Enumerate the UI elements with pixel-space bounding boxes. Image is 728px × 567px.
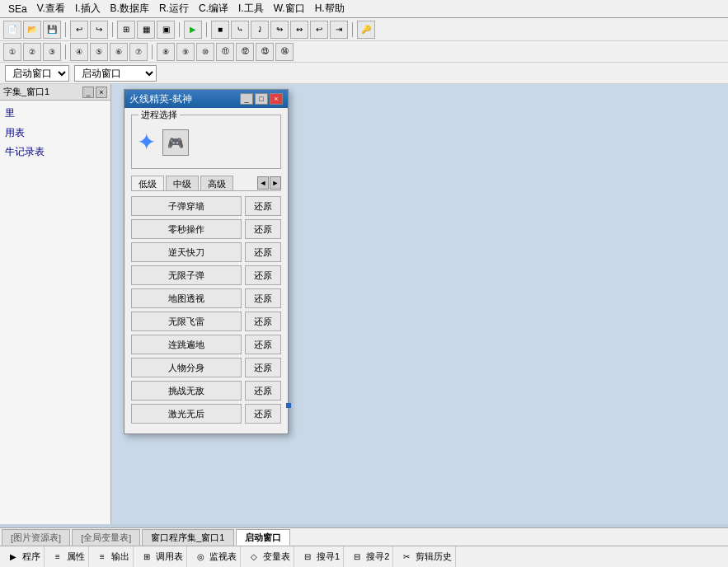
- tab-startup-window[interactable]: 启动窗口: [236, 529, 290, 546]
- cheat-row-7: 人物分身 还原: [131, 358, 281, 377]
- left-item-3[interactable]: 牛记录表: [3, 143, 107, 162]
- tb2-btn4[interactable]: ④: [70, 43, 88, 61]
- cheat-btn-5[interactable]: 无限飞雷: [131, 312, 242, 331]
- cheat-dialog: 火线精英-弑神 _ □ × 进程选择 ✦ 🎮 低级 中级 高级 ◄ ► 子弹: [124, 89, 289, 434]
- tb2-btn12[interactable]: ⑫: [236, 43, 254, 61]
- cheat-btn-6[interactable]: 连跳遍地: [131, 335, 242, 354]
- tb2-btn3[interactable]: ③: [43, 43, 61, 61]
- tb-debug4[interactable]: ↭: [290, 21, 308, 39]
- tb-new[interactable]: 📄: [3, 21, 21, 39]
- tb-debug1[interactable]: ⤷: [231, 21, 249, 39]
- menu-view[interactable]: V.查看: [32, 0, 70, 17]
- menu-compile[interactable]: C.编译: [194, 0, 233, 17]
- tb2-btn11[interactable]: ⑪: [216, 43, 234, 61]
- cheat-btn-0[interactable]: 子弹穿墙: [131, 196, 242, 216]
- menu-help[interactable]: H.帮助: [310, 0, 350, 17]
- menu-db[interactable]: B.数据库: [106, 0, 154, 17]
- tab-global-var[interactable]: [全局变量表]: [72, 529, 140, 546]
- tb2-btn13[interactable]: ⑬: [256, 43, 274, 61]
- status-variable-label: 变量表: [263, 551, 290, 563]
- tb2-btn6[interactable]: ⑥: [110, 43, 128, 61]
- left-panel-min-btn[interactable]: _: [82, 87, 94, 98]
- status-calltable[interactable]: ⊞ 调用表: [137, 546, 187, 567]
- tb-open[interactable]: 📂: [23, 21, 41, 39]
- status-search2-label: 搜寻2: [366, 551, 389, 563]
- tb2-btn2[interactable]: ②: [23, 43, 41, 61]
- left-item-1[interactable]: 里: [3, 104, 107, 124]
- tb-redo[interactable]: ↪: [90, 21, 108, 39]
- restore-btn-2[interactable]: 还原: [245, 242, 281, 262]
- restore-btn-3[interactable]: 还原: [245, 265, 281, 285]
- tab-window-program[interactable]: 窗口程序集_窗口1: [142, 529, 233, 546]
- tb2-btn9[interactable]: ⑨: [176, 43, 195, 61]
- level-tab-mid[interactable]: 中级: [166, 176, 199, 190]
- tb-debug5[interactable]: ↩: [310, 21, 328, 39]
- status-monitor[interactable]: ◎ 监视表: [190, 546, 241, 567]
- left-item-2[interactable]: 用表: [3, 124, 107, 143]
- dialog-restore-btn[interactable]: □: [255, 93, 268, 105]
- cheat-btn-2[interactable]: 逆天快刀: [131, 242, 242, 262]
- restore-btn-6[interactable]: 还原: [245, 335, 281, 354]
- cheat-btn-9[interactable]: 激光无后: [131, 404, 242, 424]
- menu-tools[interactable]: I.工具: [233, 0, 269, 17]
- cheat-btn-8[interactable]: 挑战无敌: [131, 381, 242, 401]
- dialog-minimize-btn[interactable]: _: [240, 93, 253, 105]
- menu-sea[interactable]: SEa: [3, 2, 32, 16]
- menu-insert[interactable]: I.插入: [70, 0, 106, 17]
- cheat-btn-7[interactable]: 人物分身: [131, 358, 242, 377]
- restore-btn-0[interactable]: 还原: [245, 196, 281, 216]
- tb2-btn5[interactable]: ⑤: [90, 43, 108, 61]
- status-variable[interactable]: ◇ 变量表: [244, 546, 294, 567]
- level-prev[interactable]: ◄: [257, 176, 269, 190]
- tb2-btn1[interactable]: ①: [3, 43, 21, 61]
- calltable-icon: ⊞: [140, 551, 153, 564]
- restore-btn-1[interactable]: 还原: [245, 219, 281, 239]
- tb-undo[interactable]: ↩: [70, 21, 88, 39]
- tb-stop[interactable]: ■: [211, 21, 229, 39]
- module-selector[interactable]: 启动窗口: [74, 65, 157, 82]
- restore-btn-4[interactable]: 还原: [245, 288, 281, 308]
- blue-marker: [286, 403, 291, 408]
- status-clip-history[interactable]: ✂ 剪辑历史: [397, 546, 456, 567]
- menu-window[interactable]: W.窗口: [269, 0, 310, 17]
- tb2-btn10[interactable]: ⑩: [196, 43, 214, 61]
- tb-run[interactable]: ▶: [184, 21, 202, 39]
- tb-view3[interactable]: ▣: [157, 21, 175, 39]
- tab-image-resource[interactable]: [图片资源表]: [2, 529, 70, 546]
- window-selector[interactable]: 启动窗口: [5, 65, 69, 82]
- tb2-btn7[interactable]: ⑦: [129, 43, 148, 61]
- restore-btn-7[interactable]: 还原: [245, 358, 281, 377]
- tb2-btn14[interactable]: ⑭: [275, 43, 294, 61]
- left-panel-title: 字集_窗口1: [3, 86, 49, 98]
- tb-debug3[interactable]: ↬: [270, 21, 289, 39]
- restore-btn-9[interactable]: 还原: [245, 404, 281, 424]
- cheat-btn-3[interactable]: 无限子弹: [131, 265, 242, 285]
- restore-btn-8[interactable]: 还原: [245, 381, 281, 401]
- tb-special[interactable]: 🔑: [357, 21, 375, 39]
- level-tab-high[interactable]: 高级: [200, 176, 233, 190]
- status-monitor-label: 监视表: [209, 551, 237, 563]
- status-search2[interactable]: ⊟ 搜寻2: [347, 546, 393, 567]
- status-program[interactable]: ▶ 程序: [3, 546, 45, 567]
- dialog-close-btn[interactable]: ×: [270, 93, 283, 105]
- tb2-btn8[interactable]: ⑧: [157, 43, 175, 61]
- tb-view2[interactable]: ▦: [137, 21, 155, 39]
- status-output[interactable]: ≡ 输出: [92, 546, 134, 567]
- cheat-row-8: 挑战无敌 还原: [131, 381, 281, 401]
- tb-save[interactable]: 💾: [43, 21, 61, 39]
- left-panel-close-btn[interactable]: ×: [96, 87, 107, 98]
- menu-run[interactable]: R.运行: [154, 0, 194, 17]
- restore-btn-5[interactable]: 还原: [245, 312, 281, 331]
- cheat-btn-4[interactable]: 地图透视: [131, 288, 242, 308]
- status-property[interactable]: ≡ 属性: [48, 546, 89, 567]
- level-next[interactable]: ►: [270, 176, 281, 190]
- cheat-btn-1[interactable]: 零秒操作: [131, 219, 242, 239]
- dialog-title-buttons: _ □ ×: [240, 93, 283, 105]
- level-tab-low[interactable]: 低级: [131, 176, 164, 190]
- process-icon[interactable]: 🎮: [162, 129, 189, 156]
- tb-debug2[interactable]: ⤸: [251, 21, 269, 39]
- status-search1[interactable]: ⊟ 搜寻1: [298, 546, 344, 567]
- sep5: [352, 22, 353, 37]
- tb-debug6[interactable]: ⇥: [330, 21, 348, 39]
- tb-view-icon[interactable]: ⊞: [117, 21, 135, 39]
